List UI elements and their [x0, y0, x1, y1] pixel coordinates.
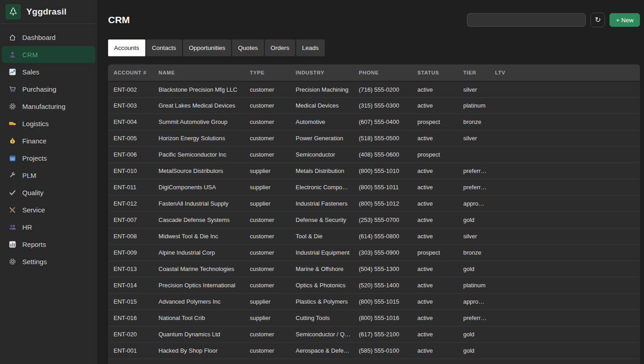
- cell-phone: (800) 555-1012: [353, 200, 412, 207]
- table-row[interactable]: ENT-005Horizon Energy SolutionscustomerP…: [108, 130, 640, 146]
- cell-status: active: [412, 102, 458, 109]
- cell-industry: Industrial Fasteners: [290, 200, 353, 207]
- table-row[interactable]: ENT-003Great Lakes Medical Devicescustom…: [108, 97, 640, 113]
- sidebar-item-logistics[interactable]: Logistics: [2, 115, 95, 132]
- table-row[interactable]: ENT-008Midwest Tool & Die InccustomerToo…: [108, 228, 640, 244]
- sidebar-item-label: Quality: [22, 189, 44, 197]
- truck-icon: [8, 119, 16, 128]
- column-header-industry: INDUSTRY: [290, 70, 353, 75]
- refresh-button[interactable]: ↻: [590, 13, 605, 27]
- cell-industry: Cutting Tools: [290, 315, 353, 321]
- cell-tier: preferred: [458, 167, 490, 174]
- cell-account: ENT-013: [108, 266, 153, 272]
- table-header-row: ACCOUNT #NAMETYPEINDUSTRYPHONESTATUSTIER…: [108, 64, 640, 81]
- cell-account: ENT-008: [108, 233, 153, 240]
- column-header-phone: PHONE: [353, 70, 412, 75]
- cell-tier: preferred: [458, 184, 490, 191]
- table-row[interactable]: ENT-006Pacific Semiconductor Inccustomer…: [108, 146, 640, 162]
- tab-opportunities[interactable]: Opportunities: [183, 39, 231, 56]
- table-row[interactable]: ENT-007Cascade Defense SystemscustomerDe…: [108, 212, 640, 228]
- column-header-ltv: LTV: [490, 70, 640, 75]
- sidebar-item-dashboard[interactable]: Dashboard: [2, 29, 95, 46]
- sidebar-item-projects[interactable]: Projects: [2, 149, 95, 167]
- table-row[interactable]: ENT-009Alpine Industrial CorpcustomerInd…: [108, 244, 640, 261]
- sidebar-item-finance[interactable]: $Finance: [2, 132, 95, 149]
- cell-status: active: [412, 86, 458, 93]
- people-icon: [8, 223, 16, 231]
- table-row[interactable]: ENT-012FastenAll Industrial Supplysuppli…: [108, 195, 640, 212]
- sidebar-item-label: Manufacturing: [22, 103, 65, 110]
- cell-account: ENT-006: [108, 151, 153, 158]
- cell-tier: bronze: [458, 118, 490, 125]
- table-row[interactable]: ENT-004Summit Automotive GroupcustomerAu…: [108, 113, 640, 130]
- cell-type: customer: [244, 249, 290, 256]
- table-row[interactable]: ENT-020Quantum Dynamics LtdcustomerSemic…: [108, 326, 640, 342]
- sidebar-item-crm[interactable]: CRM: [2, 46, 95, 63]
- cell-status: active: [412, 184, 458, 191]
- cell-name: Midwest Tool & Die Inc: [153, 233, 244, 240]
- sidebar-item-reports[interactable]: Reports: [2, 236, 95, 253]
- cell-industry: Metals Distribution: [290, 167, 353, 174]
- table-row[interactable]: ENT-011DigiComponents USAsupplierElectro…: [108, 179, 640, 195]
- cell-phone: (614) 555-0800: [353, 233, 412, 240]
- cell-industry: Defense & Security: [290, 216, 353, 223]
- table-row[interactable]: ENT-013Coastal Marine Technologiescustom…: [108, 261, 640, 277]
- sidebar-item-plm[interactable]: PLM: [2, 167, 95, 184]
- tab-quotes[interactable]: Quotes: [232, 39, 264, 56]
- cell-tier: bronze: [458, 249, 490, 256]
- search-input[interactable]: [467, 13, 586, 27]
- cell-industry: Electronic Compon…: [290, 184, 353, 191]
- cell-tier: approved: [458, 200, 490, 207]
- cell-status: active: [412, 315, 458, 321]
- tab-accounts[interactable]: Accounts: [108, 39, 145, 56]
- cell-account: ENT-002: [108, 86, 153, 93]
- cell-phone: (504) 555-1300: [353, 266, 412, 272]
- cell-status: prospect: [412, 118, 458, 125]
- cell-industry: Semiconductor / Q…: [290, 331, 353, 338]
- table-row[interactable]: ENT-001Hacked By Shop FloorcustomerAeros…: [108, 342, 640, 359]
- cell-type: supplier: [244, 200, 290, 207]
- cell-phone: (800) 555-1015: [353, 298, 412, 305]
- accounts-table: ACCOUNT #NAMETYPEINDUSTRYPHONESTATUSTIER…: [108, 64, 640, 364]
- sidebar-item-settings[interactable]: Settings: [2, 253, 95, 270]
- sidebar-item-purchasing[interactable]: Purchasing: [2, 80, 95, 98]
- table-row[interactable]: ENT-002Blackstone Precision Mfg LLCcusto…: [108, 81, 640, 97]
- table-body: ENT-002Blackstone Precision Mfg LLCcusto…: [108, 81, 640, 359]
- tab-bar: AccountsContactsOpportunitiesQuotesOrder…: [108, 39, 640, 56]
- sidebar-item-hr[interactable]: HR: [2, 218, 95, 236]
- cell-status: prospect: [412, 249, 458, 256]
- table-row[interactable]: ENT-015Advanced Polymers IncsupplierPlas…: [108, 293, 640, 310]
- wrench-icon: [8, 171, 16, 179]
- cell-status: active: [412, 135, 458, 142]
- cell-industry: Plastics & Polymers: [290, 298, 353, 305]
- main-content: CRM ↻ + New AccountsContactsOpportunitie…: [97, 0, 644, 364]
- cell-industry: Power Generation: [290, 135, 353, 142]
- check-icon: [8, 188, 16, 197]
- cell-tier: gold: [458, 347, 490, 354]
- table-row[interactable]: ENT-016National Tool CribsupplierCutting…: [108, 310, 640, 326]
- sidebar-item-service[interactable]: Service: [2, 201, 95, 218]
- tab-contacts[interactable]: Contacts: [146, 39, 182, 56]
- sidebar-item-quality[interactable]: Quality: [2, 184, 95, 201]
- cell-name: Coastal Marine Technologies: [153, 266, 244, 272]
- cell-name: Great Lakes Medical Devices: [153, 102, 244, 109]
- table-row[interactable]: ENT-010MetalSource DistributorssupplierM…: [108, 162, 640, 179]
- cell-name: MetalSource Distributors: [153, 167, 244, 174]
- sidebar-item-manufacturing[interactable]: Manufacturing: [2, 98, 95, 115]
- column-header-type: TYPE: [244, 70, 290, 75]
- tab-leads[interactable]: Leads: [296, 39, 325, 56]
- table-row[interactable]: ENT-014Precision Optics Internationalcus…: [108, 277, 640, 293]
- sidebar-item-label: Logistics: [22, 120, 49, 128]
- tab-orders[interactable]: Orders: [265, 39, 295, 56]
- cell-account: ENT-004: [108, 118, 153, 125]
- column-header-tier: TIER: [458, 70, 490, 75]
- cell-phone: (617) 555-2100: [353, 331, 412, 338]
- cell-name: Quantum Dynamics Ltd: [153, 331, 244, 338]
- cell-name: Precision Optics International: [153, 282, 244, 289]
- cell-account: ENT-003: [108, 102, 153, 109]
- cell-account: ENT-015: [108, 298, 153, 305]
- cell-status: active: [412, 216, 458, 223]
- new-button[interactable]: + New: [609, 13, 640, 27]
- sidebar-item-sales[interactable]: Sales: [2, 63, 95, 80]
- cell-name: Cascade Defense Systems: [153, 216, 244, 223]
